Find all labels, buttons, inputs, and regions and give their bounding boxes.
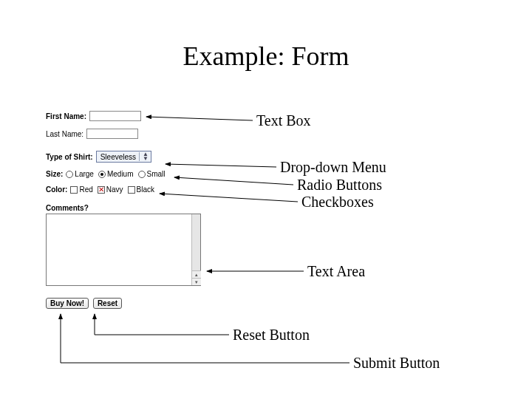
annotation-dropdown: Drop-down Menu — [280, 159, 386, 176]
comments-block: Comments? ▴ ▾ — [46, 204, 201, 286]
scroll-up-icon[interactable]: ▴ — [192, 270, 201, 278]
color-black-label: Black — [137, 185, 154, 194]
shirt-type-label: Type of Shirt: — [46, 153, 93, 161]
comments-label: Comments? — [46, 204, 198, 212]
last-name-row: Last Name: — [46, 129, 201, 139]
first-name-input[interactable] — [89, 111, 141, 121]
select-divider — [139, 152, 140, 161]
shirt-type-row: Type of Shirt: Sleeveless ▲▼ — [46, 151, 201, 163]
annotation-text-box: Text Box — [256, 112, 311, 129]
checkbox-icon — [98, 186, 105, 194]
radio-icon — [66, 171, 73, 178]
reset-button[interactable]: Reset — [93, 298, 122, 309]
size-medium-label: Medium — [107, 170, 134, 178]
checkbox-icon — [128, 186, 135, 194]
checkbox-icon — [70, 186, 78, 194]
color-option-navy[interactable]: Navy — [98, 185, 123, 194]
first-name-row: First Name: — [46, 111, 201, 121]
shirt-type-select[interactable]: Sleeveless ▲▼ — [96, 151, 151, 163]
color-row: Color: Red Navy Black — [46, 185, 201, 194]
last-name-label: Last Name: — [46, 130, 83, 138]
radio-icon — [138, 171, 146, 178]
button-row: Buy Now! Reset — [46, 298, 201, 309]
size-option-large[interactable]: Large — [66, 170, 94, 178]
shirt-type-value: Sleeveless — [100, 153, 136, 161]
textarea-scrollbar[interactable]: ▴ ▾ — [191, 214, 200, 285]
size-large-label: Large — [75, 170, 94, 178]
size-small-label: Small — [147, 170, 166, 178]
color-label: Color: — [46, 185, 67, 194]
size-option-small[interactable]: Small — [138, 170, 166, 178]
size-label: Size: — [46, 170, 63, 178]
last-name-input[interactable] — [86, 129, 138, 139]
color-red-label: Red — [79, 185, 92, 194]
buy-now-button[interactable]: Buy Now! — [46, 298, 89, 309]
form-panel: First Name: Last Name: Type of Shirt: Sl… — [46, 111, 201, 309]
color-navy-label: Navy — [106, 185, 123, 194]
color-option-black[interactable]: Black — [128, 185, 154, 194]
select-stepper-icon: ▲▼ — [143, 152, 149, 161]
radio-icon — [98, 171, 106, 178]
first-name-label: First Name: — [46, 112, 86, 120]
annotation-checkboxes: Checkboxes — [301, 194, 374, 211]
annotation-submit: Submit Button — [353, 355, 440, 372]
color-option-red[interactable]: Red — [70, 185, 92, 194]
scroll-down-icon[interactable]: ▾ — [192, 278, 201, 285]
page-title: Example: Form — [0, 41, 532, 72]
comments-textarea[interactable]: ▴ ▾ — [46, 214, 201, 286]
annotation-radios: Radio Buttons — [297, 177, 382, 194]
size-row: Size: Large Medium Small — [46, 170, 201, 178]
size-option-medium[interactable]: Medium — [98, 170, 134, 178]
annotation-textarea: Text Area — [307, 263, 365, 280]
annotation-reset: Reset Button — [233, 327, 310, 344]
